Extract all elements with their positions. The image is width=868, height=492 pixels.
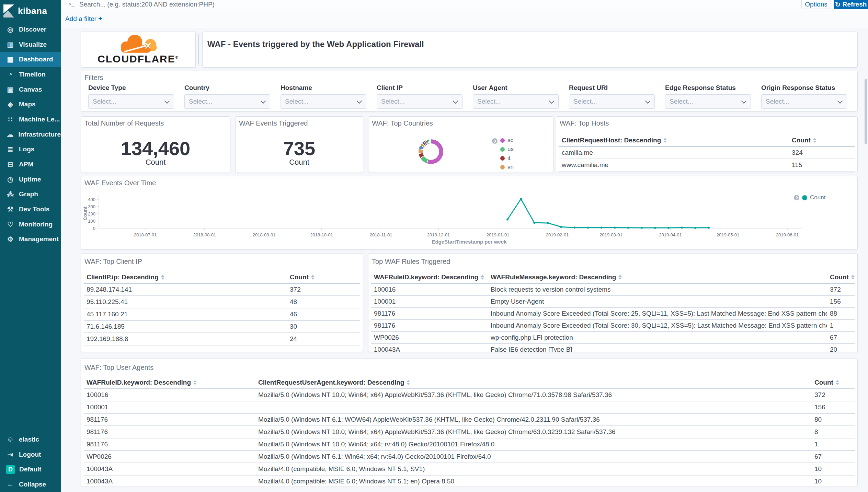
sidebar-item-logout[interactable]: ⇥Logout [0, 447, 61, 462]
sidebar-item-management[interactable]: ⚙Management [0, 232, 61, 247]
column-header-count[interactable]: Count [287, 273, 360, 281]
sidebar-item-label: elastic [19, 436, 39, 443]
sort-icon [851, 275, 855, 280]
heartbeat-icon: ♡ [6, 220, 15, 229]
table-row: WP0026Mozilla/5.0 (Windows NT 6.1; Win64… [84, 451, 855, 463]
sidebar-item-canvas[interactable]: ▣Canvas [0, 82, 61, 97]
table-cell: Inbound Anomaly Score Exceeded (Total Sc… [488, 310, 827, 317]
svg-text:2019-04-01: 2019-04-01 [659, 232, 682, 237]
column-header-clientip-ip-descending[interactable]: ClientIP.ip: Descending [84, 273, 287, 281]
search-input[interactable] [79, 0, 868, 9]
options-button[interactable]: Options [801, 0, 831, 9]
canvas-icon: ▣ [6, 85, 15, 94]
filter-select-hostname[interactable]: Select... [281, 94, 366, 109]
apm-icon: ⊟ [6, 160, 15, 168]
column-header-wafrulemessage-keyword-descending[interactable]: WAFRuleMessage.keyword: Descending [488, 273, 827, 281]
refresh-button[interactable]: ↻ Refresh [834, 0, 868, 9]
filter-label: User Agent [473, 84, 559, 92]
search-bar: >_ Options ↻ Refresh [61, 0, 868, 9]
filter-select-country[interactable]: Select... [184, 94, 270, 109]
table-cell: 981176 [84, 428, 255, 436]
user-icon: ☺ [6, 435, 15, 443]
sidebar-item-logs[interactable]: ≣Logs [0, 142, 61, 157]
timelion-icon: ◔ [6, 70, 15, 78]
column-header-clientrequesthost-descending[interactable]: ClientRequestHost: Descending [559, 137, 789, 144]
line-chart-legend: Count [794, 194, 825, 201]
filter-select-request-uri[interactable]: Select... [569, 94, 655, 109]
top-bar: >_ Options ↻ Refresh Add a filter + [61, 0, 868, 28]
sidebar-item-dashboard[interactable]: ▦Dashboard [0, 52, 61, 67]
table-row: 71.6.146.18530 [84, 321, 360, 333]
legend-item-vn[interactable]: vn [500, 163, 514, 172]
scrollbar[interactable] [865, 79, 867, 144]
x-axis-label: EdgeStartTimestamp per week [81, 239, 857, 245]
sidebar-item-default[interactable]: DDefault [0, 462, 61, 477]
sidebar-item-uptime[interactable]: ◷Uptime [0, 172, 61, 187]
column-header-count[interactable]: Count [789, 137, 855, 144]
chevron-down-icon [261, 98, 266, 104]
sidebar-item-machine-le[interactable]: ∷Machine Le... [0, 112, 61, 127]
chevron-down-icon [645, 98, 651, 104]
filter-group-country: CountrySelect... [184, 84, 270, 109]
sort-icon [407, 380, 410, 385]
legend-expand-icon[interactable] [794, 195, 799, 200]
table-cell: 88 [827, 310, 855, 317]
legend-item-sc[interactable]: sc [500, 136, 514, 145]
donut-chart[interactable] [419, 139, 443, 164]
sidebar-item-collapse[interactable]: ←Collapse [0, 477, 61, 492]
sidebar-item-infrastructure[interactable]: ☁Infrastructure [0, 127, 61, 142]
filter-select-client-ip[interactable]: Select... [377, 94, 462, 109]
kibana-logo[interactable]: kibana [0, 0, 61, 22]
table-cell: www.camilia.me [559, 161, 789, 169]
sidebar-item-dev-tools[interactable]: ⚒Dev Tools [0, 202, 61, 217]
legend-expand-icon[interactable] [492, 138, 498, 144]
table-cell: Inbound Anomaly Score Exceeded (Total Sc… [488, 322, 827, 329]
infrastructure-cloud-icon: ☁ [6, 130, 14, 139]
metric-title: WAF Events Triggered [239, 119, 308, 127]
column-header-count[interactable]: Count [827, 273, 855, 281]
sidebar-item-label: Canvas [19, 86, 42, 93]
donut-legend: scusitvn [500, 136, 514, 172]
legend-series-label[interactable]: Count [810, 194, 825, 201]
table-cell: 24 [287, 335, 360, 343]
filter-select-origin-response-status[interactable]: Select... [761, 94, 847, 109]
filter-group-origin-response-status: Origin Response StatusSelect... [761, 84, 847, 109]
sidebar-item-discover[interactable]: ◎Discover [0, 22, 61, 37]
filter-select-device-type[interactable]: Select... [88, 94, 174, 109]
filter-select-user-agent[interactable]: Select... [473, 94, 559, 109]
sidebar-item-maps[interactable]: ◈Maps [0, 97, 61, 112]
column-header-wafruleid-keyword-descending[interactable]: WAFRuleID.keyword: Descending [371, 273, 488, 281]
column-header-count[interactable]: Count [812, 379, 855, 386]
refresh-icon: ↻ [835, 1, 841, 9]
sidebar-item-graph[interactable]: ⁂Graph [0, 187, 61, 202]
top-hosts-table: ClientRequestHost: DescendingCountcamili… [559, 134, 855, 172]
sidebar-item-visualize[interactable]: ▥Visualize [0, 37, 61, 52]
logs-icon: ≣ [6, 145, 15, 153]
select-placeholder: Select... [670, 98, 693, 105]
table-cell: 156 [812, 403, 855, 411]
table-cell: 100016 [371, 286, 488, 293]
dashboard-title: WAF - Events triggered by the Web Applic… [207, 39, 424, 49]
legend-label: it [507, 155, 511, 162]
metric-panel-total-requests: Total Number of Requests 134,460 Count [81, 116, 230, 172]
column-header-wafruleid-keyword-descending[interactable]: WAFRuleID.keyword: Descending [84, 379, 255, 386]
svg-text:2019-01-01: 2019-01-01 [487, 232, 510, 237]
filter-select-edge-response-status[interactable]: Select... [665, 94, 751, 109]
legend-item-us[interactable]: us [500, 145, 514, 154]
panel-resize-handle[interactable] [198, 34, 199, 65]
table-cell: 156 [827, 298, 855, 305]
table-cell: 192.169.188.8 [84, 335, 287, 343]
table-cell: WP0026 [371, 334, 488, 341]
sidebar-item-timelion[interactable]: ◔Timelion [0, 67, 61, 82]
top-user-agents-table: WAFRuleID.keyword: DescendingClientReque… [84, 377, 855, 486]
table-cell: 981176 [371, 322, 488, 329]
legend-series-dot [802, 195, 807, 200]
sidebar-item-monitoring[interactable]: ♡Monitoring [0, 217, 61, 232]
legend-item-it[interactable]: it [500, 154, 514, 163]
svg-text:2018-12-01: 2018-12-01 [427, 232, 450, 237]
add-filter-button[interactable]: Add a filter + [65, 14, 102, 23]
sidebar-item-elastic[interactable]: ☺elastic [0, 432, 61, 447]
svg-text:2019-06-01: 2019-06-01 [776, 232, 799, 237]
column-header-clientrequestuseragent-keyword-descending[interactable]: ClientRequestUserAgent.keyword: Descendi… [255, 379, 812, 386]
sidebar-item-apm[interactable]: ⊟APM [0, 157, 61, 172]
